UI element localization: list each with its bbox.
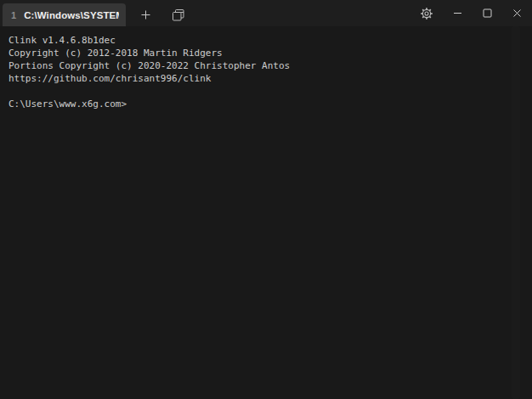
github-url-line: https://github.com/chrisant996/clink <box>8 72 524 85</box>
maximize-icon <box>481 7 494 20</box>
tab-switcher-button[interactable] <box>165 3 190 26</box>
titlebar-drag-area <box>190 0 410 26</box>
minimize-icon <box>451 7 464 20</box>
copyright-line: Copyright (c) 2012-2018 Martin Ridgers <box>8 47 524 59</box>
terminal-content[interactable]: Clink v1.4.6.8b1dec Copyright (c) 2012-2… <box>0 26 532 399</box>
maximize-button[interactable] <box>473 0 502 26</box>
scrollbar[interactable] <box>512 26 520 399</box>
plus-icon <box>139 8 152 21</box>
close-button[interactable] <box>502 0 532 26</box>
settings-button[interactable] <box>410 0 443 26</box>
titlebar: 1 C:\Windows\SYSTEM3... <box>0 0 532 26</box>
tab-index: 1 <box>11 10 16 20</box>
close-icon <box>511 7 524 20</box>
gear-icon <box>420 7 433 20</box>
window-stack-icon <box>171 8 185 22</box>
portions-line: Portions Copyright (c) 2020-2022 Christo… <box>8 59 524 72</box>
blank-line <box>8 85 524 98</box>
command-prompt-line: C:\Users\www.x6g.com> <box>8 98 524 110</box>
tab-cmd[interactable]: 1 C:\Windows\SYSTEM3... <box>3 3 126 26</box>
minimize-button[interactable] <box>443 0 473 26</box>
clink-version-line: Clink v1.4.6.8b1dec <box>8 34 524 47</box>
new-tab-button[interactable] <box>133 3 158 26</box>
tab-title: C:\Windows\SYSTEM3... <box>24 10 119 20</box>
